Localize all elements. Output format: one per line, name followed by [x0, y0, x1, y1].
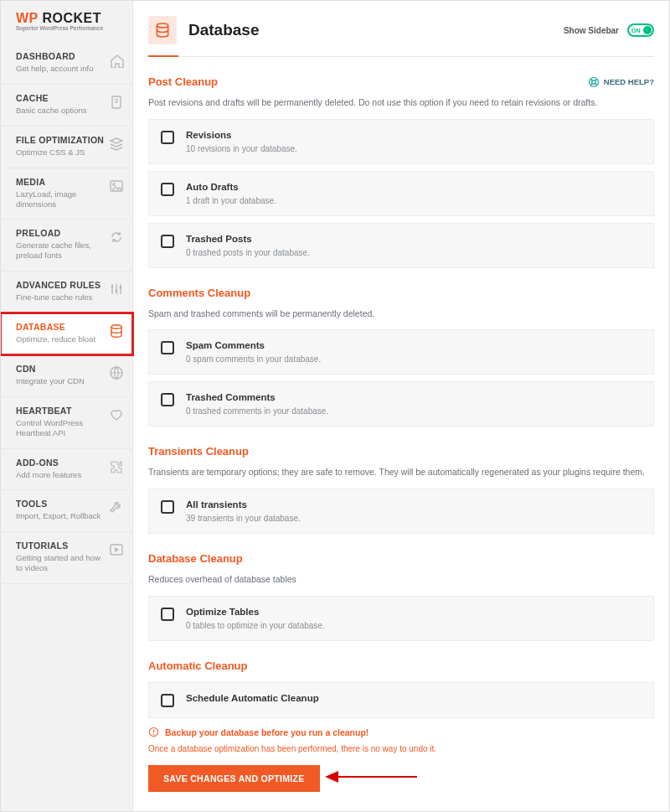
wrench-icon	[109, 500, 124, 515]
section-title: Database Cleanup	[148, 552, 243, 565]
checkbox-trashed-comments[interactable]	[161, 393, 174, 406]
option-title: Trashed Comments	[186, 392, 642, 402]
warning-line1: Backup your database before you run a cl…	[165, 727, 368, 737]
nav-title: ADD-ONS	[16, 458, 109, 468]
alert-icon	[148, 727, 159, 739]
checkbox-optimize-tables[interactable]	[161, 608, 174, 621]
nav-title: DATABASE	[16, 322, 109, 332]
logo-tagline: Superior WordPress Performance	[16, 25, 124, 31]
sidebar-item-media[interactable]: MEDIALazyLoad, image dimensions	[1, 168, 132, 220]
section-desc: Spam and trashed comments will be perman…	[148, 308, 654, 320]
section-desc: Reduces overhead of database tables	[148, 573, 654, 586]
option-spam-comments: Spam Comments0 spam comments in your dat…	[148, 329, 654, 375]
option-optimize-tables: Optimize Tables0 tables to optimize in y…	[148, 596, 654, 641]
sidebar-item-heartbeat[interactable]: HEARTBEATControl WordPress Heartbeat API	[1, 397, 132, 449]
save-changes-button[interactable]: SAVE CHANGES AND OPTIMIZE	[148, 765, 320, 792]
nav-desc: Generate cache files, preload fonts	[16, 240, 109, 261]
checkbox-trashed-posts[interactable]	[161, 235, 174, 248]
section-title: Post Cleanup	[148, 75, 218, 88]
show-sidebar-toggle[interactable]: ON	[627, 23, 654, 37]
need-help-label: NEED HELP?	[604, 77, 654, 86]
option-desc: 10 revisions in your database.	[186, 144, 642, 153]
option-desc: 0 tables to optimize in your database.	[186, 621, 642, 630]
nav: DASHBOARDGet help, account infoCACHEBasi…	[1, 43, 132, 584]
warning-line2: Once a database optimization has been pe…	[148, 744, 654, 753]
title-underline	[148, 55, 178, 57]
database-icon	[148, 16, 177, 44]
checkbox-revisions[interactable]	[161, 131, 174, 144]
sidebar-item-tools[interactable]: TOOLSImport, Export, Rollback	[1, 490, 132, 532]
nav-desc: Control WordPress Heartbeat API	[16, 418, 109, 438]
option-trashed-posts: Trashed Posts0 trashed posts in your dat…	[148, 223, 654, 268]
logo-rocket: ROCKET	[42, 11, 101, 25]
sidebar-item-dashboard[interactable]: DASHBOARDGet help, account info	[1, 43, 132, 85]
checkbox-auto-drafts[interactable]	[161, 183, 174, 196]
sidebar-item-cdn[interactable]: CDNIntegrate your CDN	[1, 355, 132, 397]
option-desc: 0 trashed comments in your database.	[186, 406, 642, 416]
option-desc: 0 trashed posts in your database.	[186, 248, 642, 257]
play-icon	[109, 542, 124, 557]
nav-desc: Add more features	[16, 470, 109, 480]
option-desc: 1 draft in your database.	[186, 196, 642, 205]
sidebar-item-preload[interactable]: PRELOADGenerate cache files, preload fon…	[1, 220, 132, 272]
nav-title: ADVANCED RULES	[16, 280, 109, 290]
nav-title: CDN	[16, 364, 109, 374]
file-icon	[109, 95, 124, 110]
nav-title: DASHBOARD	[16, 51, 109, 61]
page-header: Database Show Sidebar ON	[148, 1, 654, 57]
nav-desc: Getting started and how to videos	[16, 553, 109, 573]
option-title: Revisions	[186, 130, 642, 140]
toggle-on-text: ON	[631, 28, 641, 34]
sidebar: WP ROCKET Superior WordPress Performance…	[1, 1, 133, 811]
sidebar-item-cache[interactable]: CACHEBasic cache options	[1, 85, 132, 127]
nav-desc: Optimize CSS & JS	[16, 147, 109, 158]
option-title: Trashed Posts	[186, 234, 642, 244]
section-title: Automatic Cleanup	[148, 659, 247, 672]
option-title: Spam Comments	[186, 340, 642, 350]
checkbox-spam-comments[interactable]	[161, 341, 174, 354]
option-title: Auto Drafts	[186, 182, 642, 192]
nav-title: TUTORIALS	[16, 540, 109, 551]
section-post-cleanup: Post CleanupNEED HELP?Post revisions and…	[148, 75, 654, 268]
option-all-transients: All transients39 transients in your data…	[148, 489, 654, 534]
option-schedule-automatic-cleanup: Schedule Automatic Cleanup	[148, 682, 654, 718]
option-desc: 39 transients in your database.	[186, 514, 642, 523]
section-transients-cleanup: Transients CleanupTransients are tempora…	[148, 445, 654, 534]
need-help-link[interactable]: NEED HELP?	[588, 76, 654, 88]
option-auto-drafts: Auto Drafts1 draft in your database.	[148, 171, 654, 216]
heart-icon	[109, 407, 124, 422]
toggle-dot	[643, 26, 652, 34]
sliders-icon	[109, 282, 124, 297]
page-title: Database	[188, 21, 260, 39]
nav-desc: Basic cache options	[16, 106, 109, 116]
option-trashed-comments: Trashed Comments0 trashed comments in yo…	[148, 381, 654, 427]
checkbox-schedule-automatic-cleanup[interactable]	[161, 694, 174, 707]
layers-icon	[109, 137, 124, 152]
nav-desc: LazyLoad, image dimensions	[16, 189, 109, 209]
sidebar-item-add-ons[interactable]: ADD-ONSAdd more features	[1, 449, 132, 491]
sidebar-item-file-optimization[interactable]: FILE OPTIMIZATIONOptimize CSS & JS	[1, 127, 132, 168]
section-automatic-cleanup: Automatic CleanupSchedule Automatic Clea…	[148, 659, 654, 718]
globe-icon	[109, 365, 124, 380]
nav-title: TOOLS	[16, 499, 109, 509]
checkbox-all-transients[interactable]	[161, 500, 174, 514]
nav-desc: Optimize, reduce bloat	[16, 334, 109, 344]
section-database-cleanup: Database CleanupReduces overhead of data…	[148, 552, 654, 641]
option-title: Schedule Automatic Cleanup	[186, 693, 642, 703]
show-sidebar-label: Show Sidebar	[564, 26, 619, 35]
refresh-icon	[109, 230, 124, 245]
warning: Backup your database before you run a cl…	[148, 727, 654, 739]
nav-title: PRELOAD	[16, 228, 109, 238]
nav-desc: Import, Export, Rollback	[16, 511, 109, 521]
home-icon	[109, 53, 124, 68]
puzzle-icon	[109, 459, 124, 474]
help-icon	[588, 76, 600, 88]
nav-desc: Get help, account info	[16, 64, 109, 74]
sidebar-item-tutorials[interactable]: TUTORIALSGetting started and how to vide…	[1, 532, 132, 584]
sidebar-item-database[interactable]: DATABASEOptimize, reduce bloat	[1, 313, 132, 355]
sidebar-item-advanced-rules[interactable]: ADVANCED RULESFine-tune cache rules	[1, 272, 132, 313]
nav-title: CACHE	[16, 93, 109, 103]
nav-title: HEARTBEAT	[16, 406, 109, 416]
section-comments-cleanup: Comments CleanupSpam and trashed comment…	[148, 287, 654, 427]
database-icon	[109, 323, 124, 339]
